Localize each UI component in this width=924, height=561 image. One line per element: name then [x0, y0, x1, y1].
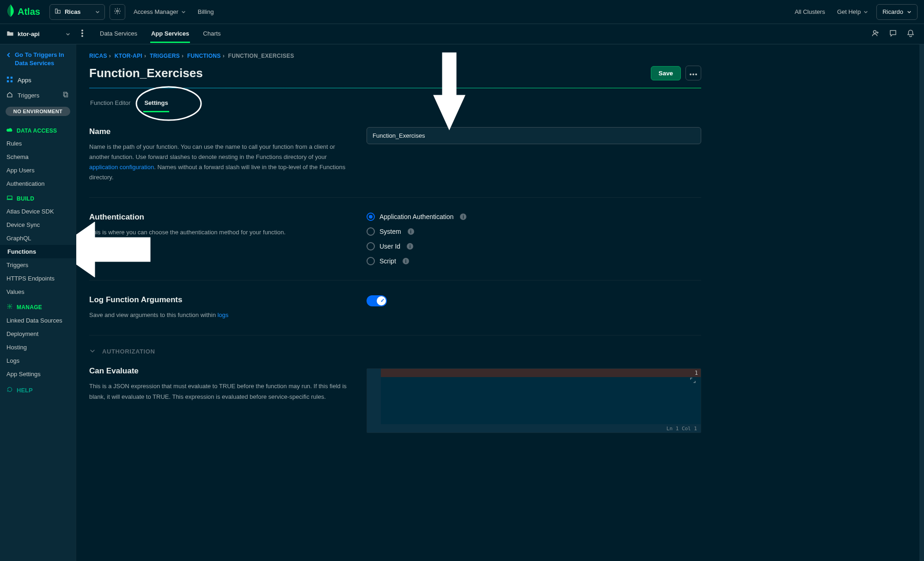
top-bar: Atlas Ricas Access Manager Billing All C…: [0, 0, 924, 24]
copy-icon[interactable]: [63, 91, 69, 99]
tab-data-services[interactable]: Data Services: [99, 25, 138, 43]
svg-rect-13: [7, 196, 12, 199]
tab-settings[interactable]: Settings: [143, 95, 169, 112]
info-icon[interactable]: i: [408, 228, 414, 235]
dots-icon: [690, 70, 697, 77]
sidebar-item-label: Device Sync: [6, 221, 40, 228]
sidebar-triggers-top[interactable]: Triggers: [0, 88, 76, 103]
tab-app-services[interactable]: App Services: [150, 25, 190, 43]
sidebar-heading-label: BUILD: [17, 195, 34, 202]
editor-status-bar: Ln 1 Col 1: [367, 424, 701, 433]
gradient-divider: [89, 88, 701, 88]
breadcrumb: RICAS› KTOR-API› TRIGGERS› FUNCTIONS› FU…: [89, 53, 701, 59]
user-name: Ricardo: [882, 8, 903, 15]
sidebar-item-app-settings[interactable]: App Settings: [0, 367, 76, 381]
svg-point-5: [81, 35, 83, 37]
bell-icon[interactable]: [906, 29, 915, 39]
sidebar-item-rules[interactable]: Rules: [0, 137, 76, 150]
caret-down-icon: [181, 10, 186, 14]
billing-link[interactable]: Billing: [194, 6, 218, 18]
project-picker[interactable]: ktor-api: [6, 30, 70, 38]
sidebar-help[interactable]: HELP: [0, 381, 76, 394]
sidebar-item-triggers[interactable]: Triggers: [0, 258, 76, 272]
svg-point-16: [692, 73, 694, 75]
sidebar-item-values[interactable]: Values: [0, 285, 76, 299]
sidebar-item-https-endpoints[interactable]: HTTPS Endpoints: [0, 272, 76, 285]
help-text-part: Save and view arguments to this function…: [89, 311, 217, 318]
svg-point-6: [874, 30, 876, 33]
radio-icon: [367, 242, 375, 250]
sidebar-item-app-users[interactable]: App Users: [0, 164, 76, 177]
section-help: This is where you can choose the authent…: [89, 227, 348, 238]
breadcrumb-org[interactable]: RICAS: [89, 53, 107, 59]
can-evaluate-editor[interactable]: 1 Ln 1 Col 1: [367, 368, 701, 433]
user-menu[interactable]: Ricardo: [876, 4, 918, 20]
sidebar-item-label: GraphQL: [6, 235, 31, 242]
sidebar-item-hosting[interactable]: Hosting: [0, 341, 76, 354]
app-config-link[interactable]: application configuration: [89, 164, 154, 171]
save-button-label: Save: [659, 70, 673, 77]
environment-pill[interactable]: NO ENVIRONMENT: [6, 107, 70, 116]
breadcrumb-triggers[interactable]: TRIGGERS: [150, 53, 180, 59]
product-tabs: Data Services App Services Charts: [99, 25, 222, 43]
org-picker[interactable]: Ricas: [49, 4, 105, 20]
section-log-args: Log Function Arguments Save and view arg…: [89, 280, 701, 335]
section-help: Name is the path of your function. You c…: [89, 142, 348, 183]
laptop-icon: [6, 195, 13, 202]
sidebar-item-label: Deployment: [6, 330, 38, 337]
access-manager-menu[interactable]: Access Manager: [130, 6, 190, 18]
sidebar-back-link[interactable]: Go To Triggers In Data Services: [0, 51, 76, 73]
section-help: Save and view arguments to this function…: [89, 310, 348, 320]
sidebar-item-logs[interactable]: Logs: [0, 354, 76, 367]
sidebar-item-functions[interactable]: Functions: [0, 245, 76, 258]
sidebar-item-label: App Users: [6, 167, 35, 174]
info-icon[interactable]: i: [460, 213, 466, 220]
tab-function-editor[interactable]: Function Editor: [89, 95, 131, 112]
project-more-menu[interactable]: [77, 30, 88, 38]
sidebar-item-linked-data-sources[interactable]: Linked Data Sources: [0, 314, 76, 327]
radio-label: Script: [379, 257, 396, 265]
sidebar-apps-label: Apps: [18, 77, 31, 84]
fullscreen-icon[interactable]: [690, 377, 696, 385]
breadcrumb-label: RICAS: [89, 53, 107, 59]
sidebar-item-device-sync[interactable]: Device Sync: [0, 218, 76, 232]
auth-option-system[interactable]: System i: [367, 227, 701, 236]
get-help-menu[interactable]: Get Help: [833, 6, 872, 18]
auth-option-script[interactable]: Script i: [367, 257, 701, 265]
logs-link[interactable]: logs: [217, 311, 228, 318]
auth-option-application[interactable]: Application Authentication i: [367, 213, 701, 221]
project-name: ktor-api: [18, 30, 40, 37]
sidebar-item-atlas-device-sdk[interactable]: Atlas Device SDK: [0, 205, 76, 218]
sidebar-apps[interactable]: Apps: [0, 73, 76, 88]
caret-down-icon: [863, 10, 868, 14]
org-name: Ricas: [65, 8, 81, 15]
link-label: application configuration: [89, 164, 154, 171]
sidebar-item-label: Logs: [6, 357, 19, 364]
feedback-icon[interactable]: [889, 29, 897, 39]
section-heading: Log Function Arguments: [89, 295, 348, 305]
save-button[interactable]: Save: [651, 66, 681, 80]
info-icon[interactable]: i: [407, 243, 413, 250]
sidebar-item-schema[interactable]: Schema: [0, 150, 76, 164]
log-args-toggle[interactable]: ✓: [367, 295, 387, 306]
all-clusters-link[interactable]: All Clusters: [791, 6, 829, 18]
tab-charts[interactable]: Charts: [202, 25, 221, 43]
function-name-input[interactable]: [367, 127, 701, 144]
section-heading: Authentication: [89, 213, 348, 222]
org-settings-button[interactable]: [110, 4, 125, 20]
sidebar-item-graphql[interactable]: GraphQL: [0, 232, 76, 245]
radio-icon: [367, 257, 375, 265]
scrollbar[interactable]: [919, 44, 924, 561]
breadcrumb-project[interactable]: KTOR-API: [115, 53, 142, 59]
info-icon[interactable]: i: [403, 258, 409, 264]
sidebar-item-label: Authentication: [6, 180, 44, 187]
more-actions-button[interactable]: [685, 66, 701, 80]
breadcrumb-functions[interactable]: FUNCTIONS: [187, 53, 221, 59]
gear-icon: [114, 7, 121, 16]
svg-rect-11: [65, 93, 68, 97]
auth-option-userid[interactable]: User Id i: [367, 242, 701, 250]
sidebar-item-authentication[interactable]: Authentication: [0, 177, 76, 190]
invite-icon[interactable]: [871, 29, 880, 39]
authorization-collapse[interactable]: AUTHORIZATION: [89, 335, 701, 364]
sidebar-item-deployment[interactable]: Deployment: [0, 327, 76, 341]
